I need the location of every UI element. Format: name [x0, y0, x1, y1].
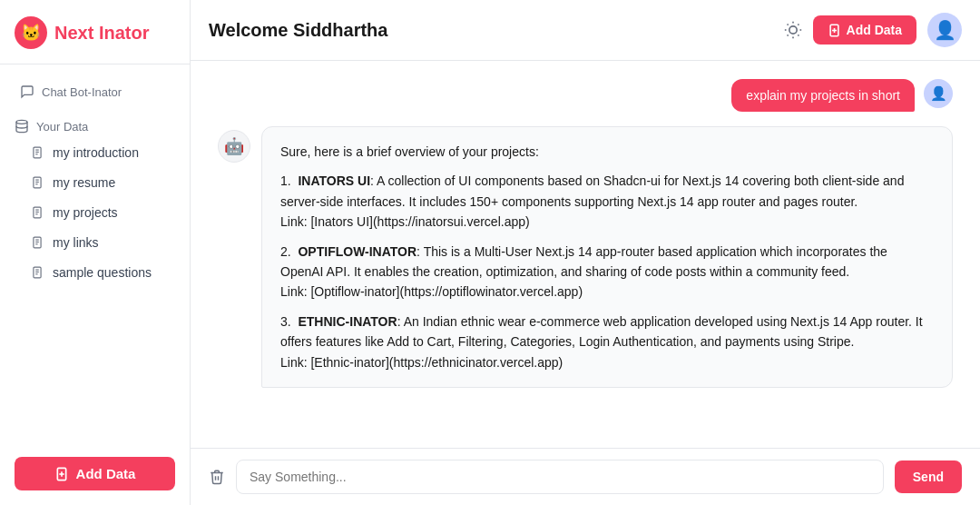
- add-data-top-button[interactable]: Add Data: [813, 15, 916, 45]
- add-data-top-icon: [828, 24, 841, 37]
- svg-line-28: [798, 35, 799, 35]
- clear-chat-button[interactable]: [209, 469, 225, 485]
- sidebar-section-your-data: Your Data: [0, 112, 190, 137]
- doc-icon: [31, 146, 44, 159]
- chat-area: explain my projects in short 👤 🤖 Sure, h…: [191, 61, 980, 448]
- main-content: Welcome Siddhartha Add Data 👤 explain my…: [191, 0, 980, 505]
- sidebar-item-my-links[interactable]: my links: [5, 228, 184, 257]
- logo-icon: 🐱: [15, 16, 47, 49]
- sun-icon: [784, 21, 802, 39]
- sidebar-item-my-projects[interactable]: my projects: [5, 198, 184, 227]
- svg-line-27: [787, 25, 788, 25]
- user-message-container: explain my projects in short 👤: [218, 79, 953, 112]
- sidebar-item-chatbot[interactable]: Chat Bot-Inator: [5, 77, 184, 106]
- doc-icon: [31, 176, 44, 189]
- svg-point-24: [789, 26, 796, 34]
- send-button[interactable]: Send: [895, 460, 962, 493]
- trash-icon: [209, 469, 225, 485]
- bot-icon: 🤖: [218, 130, 250, 163]
- chat-input[interactable]: [236, 460, 884, 494]
- doc-icon: [31, 236, 44, 249]
- topbar-right: Add Data 👤: [784, 13, 962, 47]
- add-data-sidebar-icon: [54, 467, 69, 481]
- bot-message-container: 🤖 Sure, here is a brief overview of your…: [218, 126, 953, 388]
- sidebar-item-my-introduction[interactable]: my introduction: [5, 138, 184, 167]
- bot-message: Sure, here is a brief overview of your p…: [261, 126, 953, 388]
- doc-icon: [31, 266, 44, 279]
- add-data-sidebar-button[interactable]: Add Data: [15, 457, 175, 490]
- sidebar: 🐱 Next Inator Chat Bot-Inator Your Data …: [0, 0, 191, 505]
- svg-point-0: [16, 120, 27, 124]
- bot-intro: Sure, here is a brief overview of your p…: [280, 142, 934, 162]
- chat-icon: [20, 84, 34, 99]
- sidebar-nav: Chat Bot-Inator Your Data my introductio…: [0, 64, 190, 446]
- doc-icon: [31, 206, 44, 219]
- svg-line-31: [787, 35, 788, 35]
- sidebar-footer: Add Data: [0, 446, 190, 505]
- user-bubble: explain my projects in short: [731, 79, 915, 112]
- project-1: 1. INATORS UI: A collection of UI compon…: [280, 171, 934, 232]
- project-2: 2. OPTIFLOW-INATOR: This is a Multi-User…: [280, 242, 934, 302]
- user-avatar-small: 👤: [924, 79, 953, 108]
- theme-toggle-button[interactable]: [784, 21, 802, 39]
- project-3: 3. ETHNIC-INATOR: An Indian ethnic wear …: [280, 312, 934, 372]
- topbar: Welcome Siddhartha Add Data 👤: [191, 0, 980, 61]
- logo-text: Next Inator: [54, 23, 149, 44]
- avatar: 👤: [927, 13, 962, 47]
- sidebar-item-sample-questions[interactable]: sample questions: [5, 258, 184, 287]
- page-title: Welcome Siddhartha: [209, 20, 387, 41]
- svg-line-32: [798, 25, 799, 25]
- database-icon: [15, 119, 29, 134]
- logo-area: 🐱 Next Inator: [0, 0, 190, 64]
- input-bar: Send: [191, 448, 980, 505]
- sidebar-item-my-resume[interactable]: my resume: [5, 168, 184, 197]
